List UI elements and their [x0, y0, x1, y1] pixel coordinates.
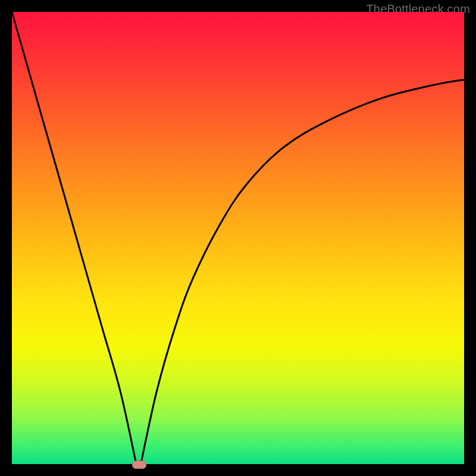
chart-frame — [12, 12, 464, 464]
chart-curves — [12, 12, 464, 464]
curve-left-branch — [12, 12, 136, 464]
curve-right-branch — [141, 80, 464, 464]
bottleneck-marker — [132, 461, 146, 469]
